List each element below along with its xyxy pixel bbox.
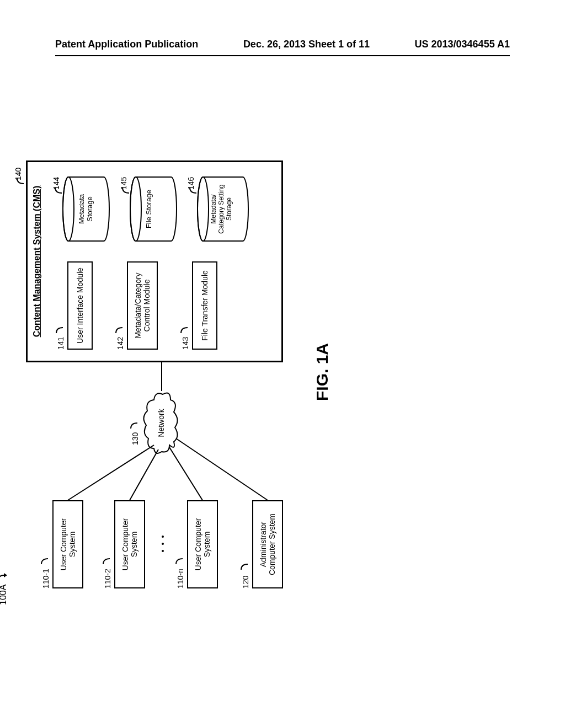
storage-cylinder-2: File Storage bbox=[129, 173, 178, 245]
cms-title: Content Management System (CMS) bbox=[32, 162, 42, 361]
svg-line-1 bbox=[130, 449, 158, 500]
hook-icon bbox=[55, 325, 65, 334]
hook-icon bbox=[180, 325, 190, 334]
svg-line-2 bbox=[169, 447, 202, 500]
cms-container: Content Management System (CMS) 141 User… bbox=[26, 160, 283, 362]
svg-line-3 bbox=[176, 438, 268, 500]
figure-1a: 100A 110-1 User Computer System 110-2 Us… bbox=[0, 156, 565, 611]
module-box-3: File Transfer Module bbox=[192, 261, 217, 350]
page-header: Patent Application Publication Dec. 26, … bbox=[55, 39, 510, 50]
figure-number: FIG. 1A bbox=[313, 343, 332, 401]
hook-icon bbox=[115, 325, 125, 334]
ref-module-1: 141 bbox=[56, 337, 65, 350]
header-rule bbox=[55, 55, 510, 56]
header-center: Dec. 26, 2013 Sheet 1 of 11 bbox=[243, 39, 370, 50]
storage-cylinder-1: Metadata Storage bbox=[62, 173, 110, 245]
module-box-1: User Interface Module bbox=[67, 261, 93, 350]
ref-module-3: 143 bbox=[181, 337, 190, 350]
storage-label-1: Metadata Storage bbox=[77, 173, 94, 245]
hook-icon bbox=[16, 177, 26, 186]
storage-label-2: File Storage bbox=[145, 173, 153, 245]
header-right: US 2013/0346455 A1 bbox=[415, 39, 510, 50]
module-box-2: Metadata/Category Control Module bbox=[127, 261, 158, 350]
storage-label-3: Metadata/ Category Setting Storage bbox=[210, 173, 233, 245]
page-root: Patent Application Publication Dec. 26, … bbox=[0, 0, 565, 728]
storage-cylinder-3: Metadata/ Category Setting Storage bbox=[196, 173, 249, 245]
ref-module-2: 142 bbox=[116, 337, 125, 350]
svg-line-0 bbox=[68, 445, 154, 500]
header-left: Patent Application Publication bbox=[55, 39, 198, 50]
